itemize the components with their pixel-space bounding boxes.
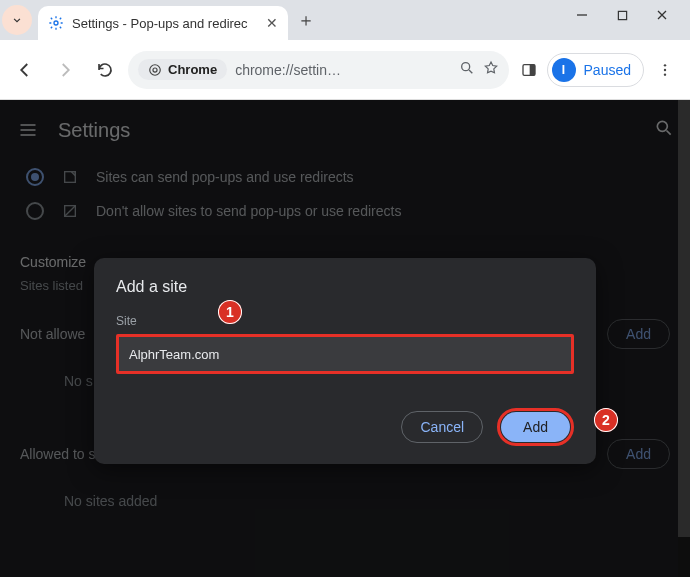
- dialog-actions: Cancel Add: [116, 408, 574, 446]
- side-panel-icon: [521, 62, 537, 78]
- svg-rect-2: [618, 11, 626, 19]
- maximize-button[interactable]: [602, 0, 642, 30]
- reload-button[interactable]: [88, 53, 122, 87]
- more-vertical-icon: [657, 62, 673, 78]
- address-bar[interactable]: Chrome chrome://settin…: [128, 51, 509, 89]
- toolbar: Chrome chrome://settin… I Paused: [0, 40, 690, 100]
- svg-point-3: [150, 64, 161, 75]
- add-site-dialog: Add a site Site Cancel Add: [94, 258, 596, 464]
- svg-rect-9: [530, 64, 535, 75]
- profile-paused-chip[interactable]: I Paused: [547, 53, 644, 87]
- bookmark-star-icon[interactable]: [483, 60, 499, 80]
- paused-label: Paused: [584, 62, 631, 78]
- tabs-dropdown-button[interactable]: [2, 5, 32, 35]
- kebab-menu-button[interactable]: [648, 53, 682, 87]
- forward-arrow-icon: [56, 61, 74, 79]
- side-panel-button[interactable]: [515, 56, 543, 84]
- site-field-label: Site: [116, 314, 574, 328]
- svg-point-4: [153, 67, 157, 71]
- cancel-button[interactable]: Cancel: [401, 411, 483, 443]
- svg-point-12: [664, 73, 666, 75]
- svg-point-5: [461, 62, 469, 70]
- new-tab-button[interactable]: ＋: [292, 6, 320, 34]
- close-icon: [656, 9, 668, 21]
- zoom-icon[interactable]: [459, 60, 475, 80]
- forward-button[interactable]: [48, 53, 82, 87]
- svg-point-0: [54, 21, 58, 25]
- tab-strip: Settings - Pop-ups and redirec ✕ ＋: [0, 0, 690, 40]
- browser-tab[interactable]: Settings - Pop-ups and redirec ✕: [38, 6, 288, 40]
- chrome-icon: [148, 63, 162, 77]
- site-input[interactable]: [119, 337, 571, 371]
- window-controls: [562, 0, 682, 30]
- url-text: chrome://settin…: [235, 62, 450, 78]
- gear-icon: [48, 15, 64, 31]
- minimize-button[interactable]: [562, 0, 602, 30]
- back-arrow-icon: [16, 61, 34, 79]
- svg-point-11: [664, 68, 666, 70]
- chrome-chip-label: Chrome: [168, 62, 217, 77]
- avatar-initial: I: [562, 63, 565, 77]
- chrome-chip: Chrome: [138, 59, 227, 80]
- reload-icon: [96, 61, 114, 79]
- tab-title: Settings - Pop-ups and redirec: [72, 16, 258, 31]
- avatar: I: [552, 58, 576, 82]
- scroll-thumb[interactable]: [678, 100, 690, 537]
- toolbar-right: I Paused: [515, 53, 682, 87]
- scrollbar[interactable]: [678, 100, 690, 577]
- add-button[interactable]: Add: [501, 412, 570, 442]
- svg-line-6: [469, 70, 472, 73]
- site-input-highlight: [116, 334, 574, 374]
- maximize-icon: [617, 10, 628, 21]
- chevron-down-icon: [10, 13, 24, 27]
- minimize-icon: [576, 9, 588, 21]
- dialog-title: Add a site: [116, 278, 574, 296]
- close-window-button[interactable]: [642, 0, 682, 30]
- annotation-1: 1: [218, 300, 242, 324]
- tab-close-button[interactable]: ✕: [266, 15, 278, 31]
- back-button[interactable]: [8, 53, 42, 87]
- add-button-highlight: Add: [497, 408, 574, 446]
- annotation-2: 2: [594, 408, 618, 432]
- svg-point-10: [664, 64, 666, 66]
